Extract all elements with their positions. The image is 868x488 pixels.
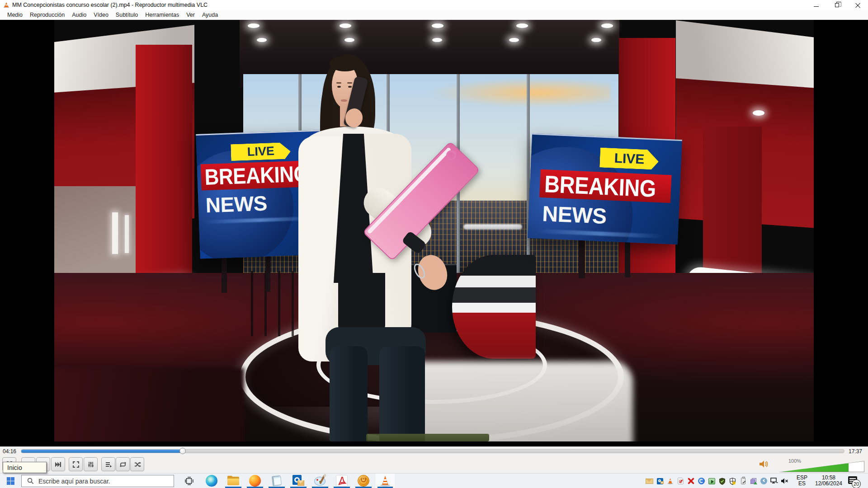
menu-video[interactable]: Vídeo xyxy=(90,12,112,18)
taskbar: ! ESP ES 10:58 12/06/2024 20 xyxy=(0,473,868,488)
language-indicator[interactable]: ESP ES xyxy=(792,475,812,487)
start-tooltip: Inicio xyxy=(3,462,47,473)
taskbar-app-edge[interactable] xyxy=(201,474,222,488)
tray-error-x-icon[interactable] xyxy=(687,477,695,485)
tray-blue-chat-icon[interactable] xyxy=(760,477,768,485)
presenter xyxy=(54,20,814,441)
trousers-left-leg xyxy=(330,346,368,441)
paint-icon xyxy=(314,475,326,487)
minimize-icon xyxy=(814,6,819,7)
tray-shield-check-icon[interactable] xyxy=(718,477,726,485)
video-area: LIVE BREAKING NEWS LIVE BREAKING NEWS xyxy=(0,20,868,446)
trousers-right-leg xyxy=(379,346,425,441)
tray-usb-icon[interactable] xyxy=(739,477,747,485)
shuffle-button[interactable] xyxy=(130,457,144,471)
player-controller: 04:16 17:37 xyxy=(0,446,868,473)
search-icon xyxy=(27,478,34,484)
shuffle-icon xyxy=(134,461,141,468)
title-bar[interactable]: MM Concepcionistas concurso escolar (2).… xyxy=(0,0,868,10)
tray-vlc-icon[interactable] xyxy=(666,477,674,485)
acrobat-icon xyxy=(336,475,348,487)
restore-button[interactable] xyxy=(826,0,847,10)
search-input[interactable] xyxy=(38,477,174,485)
taskbar-app-acrobat[interactable] xyxy=(331,474,352,488)
tray-blue-swirl-icon[interactable] xyxy=(698,477,705,485)
loop-icon xyxy=(119,461,127,468)
menu-ver[interactable]: Ver xyxy=(183,12,198,18)
taskbar-app-vlc[interactable] xyxy=(375,474,396,488)
volume-percent-label: 100% xyxy=(788,458,801,464)
close-icon xyxy=(855,3,860,8)
seek-handle[interactable] xyxy=(179,448,186,454)
search-box[interactable] xyxy=(21,475,174,487)
tray-green-media-icon[interactable] xyxy=(708,477,716,485)
presenter-mouth xyxy=(341,99,347,102)
language-line2: ES xyxy=(792,481,812,487)
seek-bar[interactable] xyxy=(21,449,844,453)
clock-date: 12/06/2024 xyxy=(813,481,844,487)
green-chroma-base xyxy=(366,434,489,441)
fullscreen-button[interactable] xyxy=(69,457,83,471)
notepad-icon xyxy=(271,475,282,487)
orange-badge-icon xyxy=(358,475,369,487)
black-waist xyxy=(338,273,385,332)
tray-defender-shield-icon[interactable]: ! xyxy=(729,477,736,485)
close-button[interactable] xyxy=(847,0,868,10)
extended-settings-button[interactable] xyxy=(84,457,98,471)
tray-purple-windows-icon[interactable] xyxy=(750,477,757,485)
playlist-button[interactable] xyxy=(101,457,115,471)
task-view-icon xyxy=(185,477,193,485)
menu-herramientas[interactable]: Herramientas xyxy=(142,12,183,18)
taskbar-app-paint[interactable] xyxy=(310,474,330,488)
extended-settings-icon xyxy=(87,461,94,468)
tray-sim-blocked-icon[interactable] xyxy=(677,477,684,485)
windows-logo-icon xyxy=(7,477,10,481)
next-button[interactable] xyxy=(51,457,65,471)
menu-reproduccion[interactable]: Reproducción xyxy=(26,12,68,18)
vlc-app-icon xyxy=(3,2,9,8)
loop-button[interactable] xyxy=(116,457,130,471)
presenter-hair-top xyxy=(329,56,361,71)
notification-count: 20 xyxy=(854,481,859,487)
taskbar-app-outlook[interactable] xyxy=(288,474,309,488)
outlook-icon xyxy=(292,475,304,487)
firefox-icon xyxy=(249,475,261,487)
total-time: 17:37 xyxy=(849,448,862,455)
fullscreen-icon xyxy=(72,461,80,468)
tray-outlook-icon[interactable] xyxy=(656,477,664,485)
edge-icon xyxy=(206,475,217,487)
menu-medio[interactable]: Medio xyxy=(4,12,26,18)
presenter-eye xyxy=(348,86,352,88)
elapsed-time: 04:16 xyxy=(3,448,16,455)
tray-network-icon[interactable] xyxy=(770,477,778,485)
start-tooltip-label: Inicio xyxy=(7,464,22,471)
taskbar-app-orange-badge[interactable] xyxy=(353,474,374,488)
tray-mail-icon[interactable] xyxy=(646,477,653,485)
speaker-icon[interactable] xyxy=(759,460,769,469)
taskbar-app-file-explorer[interactable] xyxy=(223,474,244,488)
minimize-button[interactable] xyxy=(806,0,826,10)
menu-audio[interactable]: Audio xyxy=(68,12,90,18)
task-view-button[interactable] xyxy=(179,474,199,488)
taskbar-app-notepad[interactable] xyxy=(266,474,287,488)
menu-ayuda[interactable]: Ayuda xyxy=(198,12,222,18)
taskbar-app-firefox[interactable] xyxy=(245,474,265,488)
clock[interactable]: 10:58 12/06/2024 xyxy=(813,475,844,487)
tray-muted-speaker-icon[interactable] xyxy=(781,477,788,485)
menu-subtitulo[interactable]: Subtítulo xyxy=(112,12,142,18)
notification-badge[interactable]: 20 xyxy=(852,479,861,488)
start-button[interactable] xyxy=(7,477,14,485)
vlc-icon xyxy=(379,475,391,487)
presenter-eye xyxy=(337,86,341,88)
vlc-window: MM Concepcionistas concurso escolar (2).… xyxy=(0,0,868,488)
menu-bar: Medio Reproducción Audio Vídeo Subtítulo… xyxy=(0,10,868,20)
video-surface[interactable]: LIVE BREAKING NEWS LIVE BREAKING NEWS xyxy=(54,20,814,441)
playlist-icon xyxy=(105,461,112,468)
next-icon xyxy=(55,461,62,468)
presenter-brow xyxy=(336,82,341,84)
file-explorer-icon xyxy=(227,475,239,486)
seek-fill xyxy=(21,450,183,453)
window-title: MM Concepcionistas concurso escolar (2).… xyxy=(12,2,208,8)
restore-icon xyxy=(835,3,839,7)
presenter-brow xyxy=(347,82,352,84)
